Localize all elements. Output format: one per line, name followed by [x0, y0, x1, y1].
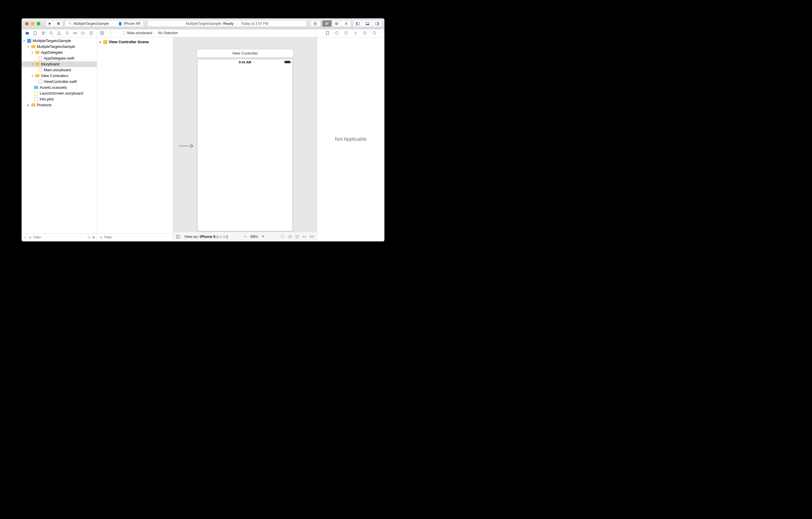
related-items-button[interactable] — [100, 31, 104, 35]
tree-file-main-storyboard[interactable]: Main.storyboard — [22, 67, 97, 73]
pin-constraints-button[interactable] — [295, 235, 299, 239]
document-outline: ▶ View Controller Scene ◎ — [97, 37, 173, 241]
filter-icon: ◎ — [99, 235, 103, 239]
view-as-control[interactable]: View as: iPhone 8 (wC hR) — [184, 235, 228, 239]
svg-rect-6 — [356, 22, 357, 25]
tree-file-appdelegate[interactable]: AppDelegate.swift — [22, 55, 97, 61]
scene-title-bar[interactable]: View Controller — [197, 49, 293, 58]
toolbar-right — [310, 20, 382, 27]
svg-text:?: ? — [336, 32, 338, 34]
panel-toggle-group — [353, 20, 382, 27]
battery-icon — [284, 61, 290, 63]
library-button[interactable] — [311, 21, 320, 27]
tree-file-viewcontroller[interactable]: ViewController.swift — [22, 79, 97, 85]
tree-group-main[interactable]: ▼MultipleTargetsSample — [22, 44, 97, 50]
nav-forward-button[interactable]: 〉 — [115, 30, 119, 36]
svg-rect-23 — [177, 235, 180, 238]
svg-rect-14 — [42, 33, 44, 35]
embed-in-button[interactable] — [280, 235, 285, 239]
test-navigator-tab[interactable] — [64, 31, 70, 35]
toggle-inspector-button[interactable] — [373, 21, 382, 27]
tree-group-storyboard[interactable]: ▼Storyboard — [22, 61, 97, 67]
outline-filter-input[interactable] — [104, 235, 171, 239]
outline-scene-row[interactable]: ▶ View Controller Scene — [99, 39, 171, 45]
assistant-editor-button[interactable] — [332, 21, 342, 27]
zoom-out-button[interactable]: − — [244, 234, 247, 240]
inspector-content: Not Applicable — [317, 37, 384, 241]
debug-navigator-tab[interactable] — [72, 31, 79, 35]
svg-rect-20 — [100, 33, 102, 35]
minimize-window-button[interactable] — [31, 22, 34, 25]
jump-bar-path[interactable]: Main.storyboard 〉 No Selection — [122, 31, 178, 36]
tree-file-assets[interactable]: Assets.xcassets — [22, 85, 97, 90]
embed-stack-button[interactable] — [310, 235, 314, 239]
align-button[interactable] — [288, 235, 292, 239]
toggle-outline-button[interactable] — [176, 235, 180, 239]
size-inspector-tab[interactable] — [363, 31, 367, 35]
version-editor-button[interactable] — [342, 21, 351, 27]
identity-inspector-tab[interactable] — [344, 31, 348, 35]
window-controls — [25, 22, 40, 25]
attributes-inspector-tab[interactable] — [353, 31, 357, 35]
standard-editor-button[interactable] — [322, 21, 332, 27]
navigator-panel: ▼MultipleTargetsSample ▼MultipleTargetsS… — [22, 29, 97, 241]
zoom-level[interactable]: 89% — [250, 235, 258, 239]
resolve-constraints-button[interactable] — [302, 235, 307, 239]
jump-bar: 〈 〉 Main.storyboard 〉 No Selection — [97, 29, 317, 37]
scm-filter-button[interactable]: ⊠ — [92, 235, 95, 239]
tree-file-launchscreen[interactable]: LaunchScreen.storyboard — [22, 90, 97, 96]
nav-back-button[interactable]: 〈 — [107, 30, 112, 36]
zoom-controls: − 89% + — [244, 234, 265, 240]
play-icon — [49, 22, 51, 25]
navigator-tabs — [22, 29, 97, 37]
project-navigator-tab[interactable] — [24, 31, 31, 35]
xcode-window: MultipleTargetsSample 〉 iPhone XR Multip… — [22, 18, 384, 241]
filter-icon: ◎ — [29, 235, 31, 239]
tree-group-appdelegate[interactable]: ▼AppDelegate — [22, 50, 97, 55]
symbol-navigator-tab[interactable] — [40, 31, 47, 35]
tree-group-products[interactable]: ▶Products — [22, 102, 97, 108]
activity-viewer: MultipleTargetsSample: Ready Today at 3:… — [147, 20, 307, 27]
project-tree[interactable]: ▼MultipleTargetsSample ▼MultipleTargetsS… — [22, 37, 97, 233]
report-navigator-tab[interactable] — [88, 31, 94, 35]
stop-button[interactable] — [54, 21, 63, 27]
app-icon — [68, 22, 72, 26]
svg-rect-27 — [326, 31, 329, 35]
add-button[interactable]: ＋ — [23, 235, 27, 240]
toggle-navigator-button[interactable] — [353, 21, 363, 27]
zoom-window-button[interactable] — [37, 22, 40, 25]
navigator-filter-bar: ＋ ◎ ◷ ⊠ — [22, 233, 97, 241]
close-window-button[interactable] — [25, 22, 29, 25]
source-control-navigator-tab[interactable] — [32, 31, 38, 35]
inspector-placeholder-text: Not Applicable — [335, 136, 367, 142]
find-navigator-tab[interactable] — [48, 31, 55, 35]
canvas-viewport[interactable]: View Controller 9:41 AM — [173, 37, 317, 232]
storyboard-file-icon — [122, 31, 126, 35]
device-icon — [118, 22, 122, 26]
tree-file-infoplist[interactable]: Info.plist — [22, 96, 97, 102]
entry-point-arrow-icon — [178, 142, 196, 149]
connections-inspector-tab[interactable] — [372, 31, 376, 35]
canvas-tools — [280, 235, 314, 239]
view-controller-view[interactable]: 9:41 AM — [197, 59, 293, 231]
recent-filter-button[interactable]: ◷ — [87, 235, 90, 239]
status-text: MultipleTargetsSample: Ready — [186, 22, 234, 26]
zoom-in-button[interactable]: + — [261, 234, 265, 240]
stop-icon — [57, 22, 60, 25]
run-stop-group — [46, 20, 63, 27]
outline-filter-bar: ◎ — [97, 233, 173, 241]
svg-rect-30 — [345, 31, 348, 34]
issue-navigator-tab[interactable] — [56, 31, 62, 35]
toolbar: MultipleTargetsSample 〉 iPhone XR Multip… — [22, 18, 384, 29]
file-inspector-tab[interactable] — [325, 31, 329, 35]
toggle-debug-button[interactable] — [363, 21, 373, 27]
simulated-status-bar: 9:41 AM — [198, 59, 293, 65]
tree-project-root[interactable]: ▼MultipleTargetsSample — [22, 38, 97, 44]
breakpoint-navigator-tab[interactable] — [80, 31, 86, 35]
scheme-selector[interactable]: MultipleTargetsSample 〉 iPhone XR — [65, 20, 144, 27]
tree-group-viewcontrollers[interactable]: ▼View Controllers — [22, 73, 97, 79]
run-button[interactable] — [46, 21, 54, 27]
navigator-filter-input[interactable] — [33, 235, 86, 239]
outline-tree[interactable]: ▶ View Controller Scene — [97, 37, 173, 233]
help-inspector-tab[interactable]: ? — [335, 31, 339, 35]
